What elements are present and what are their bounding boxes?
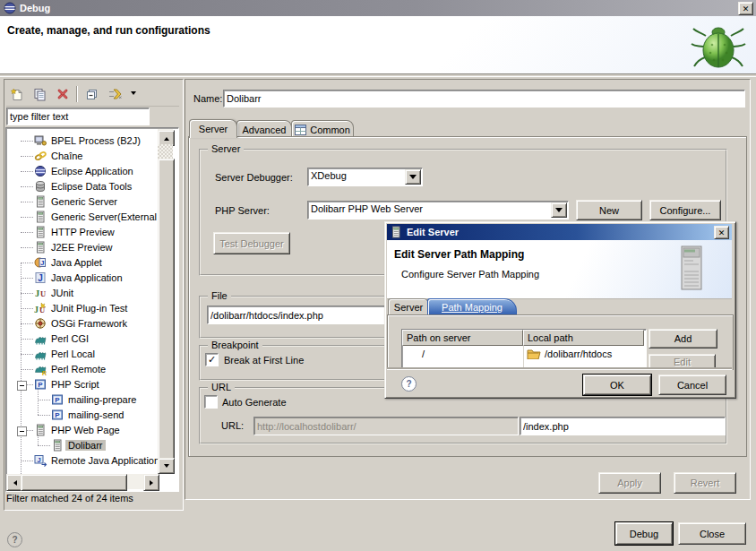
tree-vscrollbar[interactable] (158, 129, 173, 473)
php-server-label: PHP Server: (215, 205, 270, 216)
server-icon (51, 439, 64, 452)
revert-button[interactable]: Revert (674, 472, 736, 494)
tree-item-label: JUnit Plug-in Test (48, 303, 130, 314)
name-input[interactable] (224, 90, 744, 107)
tab-common[interactable]: Common (291, 120, 354, 138)
cancel-button[interactable]: Cancel (658, 375, 726, 395)
server-icon (34, 226, 47, 238)
server-icon (34, 424, 47, 436)
chain-icon (34, 150, 47, 162)
tree-item[interactable]: PPHP Script (6, 377, 164, 392)
junit-icon: JU (34, 287, 47, 299)
svg-text:R: R (42, 370, 47, 376)
tree-item[interactable]: RPerl Remote (6, 362, 164, 377)
delete-config-button[interactable] (53, 85, 73, 103)
duplicate-config-button[interactable] (30, 85, 49, 103)
tree-item[interactable]: Eclipse Data Tools (6, 179, 164, 194)
tree-item[interactable]: JRemote Java Application (6, 453, 164, 469)
window-titlebar[interactable]: Debug ✕ (0, 0, 756, 16)
combo-dropdown-button[interactable] (405, 169, 421, 185)
dialog-titlebar[interactable]: Edit Server ✕ (387, 224, 732, 240)
tab-advanced[interactable]: Advanced (236, 120, 292, 138)
php-server-combo[interactable]: Dolibarr PHP Web Server (307, 201, 569, 220)
tree-item[interactable]: Perl Local (6, 347, 164, 362)
server-group-title: Server (208, 143, 244, 154)
column-header-local-path[interactable]: Local path (523, 330, 644, 346)
tree-item[interactable]: PHP Web Page (6, 423, 164, 438)
tree-item[interactable]: JUJUnit (6, 286, 164, 301)
new-config-button[interactable] (6, 85, 26, 103)
tree-item[interactable]: OSGi Framework (6, 316, 164, 331)
local-path-cell: /dolibarr/htdocs (523, 349, 644, 359)
tree-item[interactable]: Chaîne (6, 149, 164, 164)
mapping-rows: //dolibarr/htdocs (402, 346, 646, 362)
eclipse-app-icon (34, 165, 47, 177)
server-debugger-combo[interactable]: XDebug (307, 168, 423, 186)
scroll-track[interactable] (158, 144, 173, 159)
tree-item[interactable]: JJava Applet (6, 255, 164, 271)
dialog-tab-path-mapping[interactable]: Path Mapping (427, 298, 517, 315)
java-applet-icon: J (34, 256, 47, 269)
expander-minus-icon[interactable] (17, 381, 27, 391)
tree-item[interactable]: Generic Server(External La (6, 210, 164, 225)
test-debugger-button[interactable]: Test Debugger (213, 232, 290, 254)
tree-item[interactable]: Generic Server (6, 194, 164, 210)
toolbar-separator (76, 86, 78, 102)
configure-button[interactable]: Configure... (649, 200, 721, 220)
php-icon: P (51, 409, 64, 421)
dialog-help-icon[interactable]: ? (401, 376, 417, 392)
debug-button[interactable]: Debug (615, 522, 673, 545)
scroll-thumb[interactable] (21, 474, 127, 491)
tree-item-label: Generic Server(External La (48, 211, 173, 222)
svg-text:J: J (37, 456, 40, 464)
new-server-button[interactable]: New (576, 200, 642, 220)
combo-dropdown-button[interactable] (551, 202, 567, 218)
server-tower-icon (676, 245, 707, 295)
filter-input[interactable] (7, 108, 149, 125)
expander-minus-icon[interactable] (17, 426, 27, 436)
tab-server[interactable]: Server (189, 119, 237, 138)
osgi-icon (34, 317, 47, 330)
tree-item[interactable]: JJava Application (6, 271, 164, 286)
scroll-down-button[interactable] (158, 458, 175, 474)
scroll-thumb[interactable] (158, 159, 175, 460)
collapse-all-button[interactable] (82, 85, 101, 103)
help-icon[interactable]: ? (7, 532, 22, 547)
tree-item[interactable]: J2EE Preview (6, 240, 164, 255)
tree-item[interactable]: Pmailing-prepare (6, 392, 164, 408)
column-header-path-on-server[interactable]: Path on server (402, 330, 523, 346)
svg-text:J: J (38, 273, 43, 283)
tree-hscrollbar[interactable] (6, 474, 158, 489)
right-arrow-icon (150, 480, 156, 486)
tree-item[interactable]: JUJUnit Plug-in Test (6, 301, 164, 316)
break-first-line-checkbox[interactable]: ✓ (205, 353, 219, 366)
mapping-row[interactable]: //dolibarr/htdocs (402, 346, 646, 362)
left-arrow-icon (11, 480, 17, 486)
tree-item-label: Perl Remote (48, 364, 108, 375)
tree-item-label: mailing-prepare (65, 394, 139, 405)
svg-text:J: J (35, 288, 39, 298)
filter-button[interactable] (105, 85, 125, 103)
dialog-close-button[interactable]: ✕ (714, 226, 729, 239)
filter-input-wrap (6, 108, 150, 125)
svg-text:J: J (34, 305, 39, 314)
svg-text:J: J (40, 259, 44, 267)
dialog-tab-server[interactable]: Server (388, 298, 429, 315)
tree-item[interactable]: BPEL Process (B2J) (6, 133, 164, 149)
apply-button[interactable]: Apply (598, 472, 661, 494)
window-close-button[interactable]: ✕ (738, 2, 753, 15)
tree-item[interactable]: HTTP Preview (6, 225, 164, 240)
add-mapping-button[interactable]: Add (649, 329, 717, 349)
auto-generate-checkbox[interactable] (204, 395, 218, 409)
toolbar-menu-button[interactable] (128, 85, 139, 103)
tree-item[interactable]: Pmailing-send (6, 408, 164, 423)
tree-item[interactable]: Dolibarr (6, 438, 164, 453)
close-button[interactable]: Close (678, 522, 746, 545)
tree-item[interactable]: Eclipse Application (6, 164, 164, 179)
scroll-right-button[interactable] (143, 474, 159, 491)
config-tree: BPEL Process (B2J)ChaîneEclipse Applicat… (5, 127, 179, 492)
tree-item[interactable]: Perl CGI (6, 331, 164, 347)
name-label: Name: (193, 93, 222, 104)
url-path-input[interactable] (520, 418, 725, 435)
ok-button[interactable]: OK (583, 375, 651, 395)
